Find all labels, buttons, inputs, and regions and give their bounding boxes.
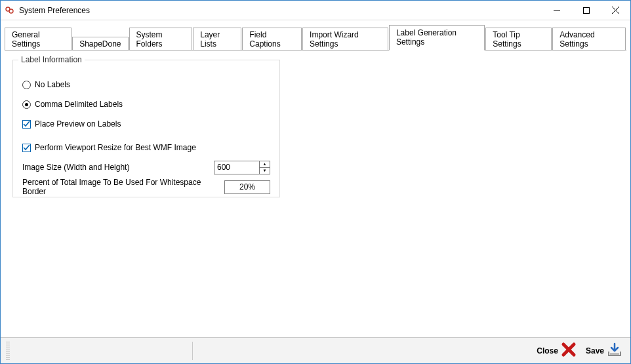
tab-tool-tip-settings[interactable]: Tool Tip Settings — [485, 28, 552, 51]
maximize-button[interactable] — [571, 1, 601, 20]
close-icon — [561, 342, 577, 359]
tab-label: Layer Lists — [200, 30, 220, 49]
footer: Close Save — [1, 337, 630, 363]
image-size-label: Image Size (Width and Height) — [22, 163, 214, 172]
svg-line-5 — [612, 7, 619, 14]
tab-panel: Label Information No Labels Comma Delimi… — [5, 50, 626, 337]
footer-divider — [192, 342, 193, 360]
checkbox-viewport-resize[interactable]: Perform Viewport Resize for Best WMF Ima… — [22, 140, 270, 155]
radio-no-labels[interactable]: No Labels — [22, 77, 270, 92]
tab-label: General Settings — [12, 30, 40, 49]
tab-label: Import Wizard Settings — [310, 30, 359, 49]
svg-rect-8 — [610, 353, 619, 355]
tab-field-captions[interactable]: Field Captions — [242, 28, 302, 51]
radio-comma-delimited-labels[interactable]: Comma Delimited Labels — [22, 97, 270, 111]
checkbox-place-preview[interactable]: Place Preview on Labels — [22, 117, 270, 131]
tab-label: Field Captions — [249, 30, 280, 49]
checkbox-label: Perform Viewport Resize for Best WMF Ima… — [35, 143, 196, 152]
tab-system-folders[interactable]: System Folders — [129, 28, 193, 51]
titlebar: System Preferences — [1, 1, 630, 20]
minimize-button[interactable] — [542, 1, 571, 20]
group-legend: Label Information — [18, 55, 85, 64]
tab-label: ShapeDone — [79, 39, 121, 49]
tab-label: System Folders — [136, 30, 163, 49]
window-title: System Preferences — [19, 6, 90, 15]
save-icon — [607, 342, 622, 359]
spinner-up-button[interactable]: ▲ — [260, 161, 270, 167]
svg-point-1 — [9, 9, 13, 13]
save-button[interactable]: Save — [583, 340, 625, 361]
checkbox-icon — [22, 144, 31, 152]
tab-label: Advanced Settings — [560, 30, 594, 49]
tab-advanced-settings[interactable]: Advanced Settings — [552, 28, 626, 51]
image-size-spinner: ▲ ▼ — [260, 161, 270, 174]
image-size-row: Image Size (Width and Height) ▲ ▼ — [22, 160, 270, 174]
tab-label: Label Generation Settings — [396, 28, 457, 47]
tab-import-wizard-settings[interactable]: Import Wizard Settings — [302, 28, 388, 51]
tab-general-settings[interactable]: General Settings — [5, 28, 71, 51]
svg-line-4 — [612, 7, 619, 14]
app-icon — [5, 5, 15, 16]
whitespace-percent-row: Percent of Total Image To Be Used For Wh… — [22, 180, 270, 194]
footer-grip-icon — [6, 342, 10, 360]
save-button-label: Save — [586, 346, 604, 355]
radio-label: Comma Delimited Labels — [35, 100, 123, 109]
tab-shapedone[interactable]: ShapeDone — [72, 37, 128, 51]
image-size-input[interactable] — [214, 161, 260, 174]
close-window-button[interactable] — [601, 1, 630, 20]
tab-layer-lists[interactable]: Layer Lists — [193, 28, 241, 51]
close-button-label: Close — [537, 346, 558, 355]
tab-label-generation-settings[interactable]: Label Generation Settings — [389, 25, 485, 51]
radio-icon — [22, 100, 31, 109]
whitespace-percent-input[interactable] — [224, 180, 270, 194]
checkbox-label: Place Preview on Labels — [35, 119, 121, 129]
whitespace-percent-label: Percent of Total Image To Be Used For Wh… — [22, 178, 224, 196]
close-button[interactable]: Close — [534, 340, 579, 361]
svg-rect-3 — [583, 7, 589, 13]
radio-icon — [22, 81, 31, 89]
checkbox-icon — [22, 120, 31, 129]
spinner-down-button[interactable]: ▼ — [260, 167, 270, 174]
radio-label: No Labels — [35, 80, 70, 89]
tabstrip: General Settings ShapeDone System Folder… — [1, 20, 630, 50]
label-information-group: Label Information No Labels Comma Delimi… — [12, 60, 280, 197]
tab-label: Tool Tip Settings — [493, 30, 521, 49]
